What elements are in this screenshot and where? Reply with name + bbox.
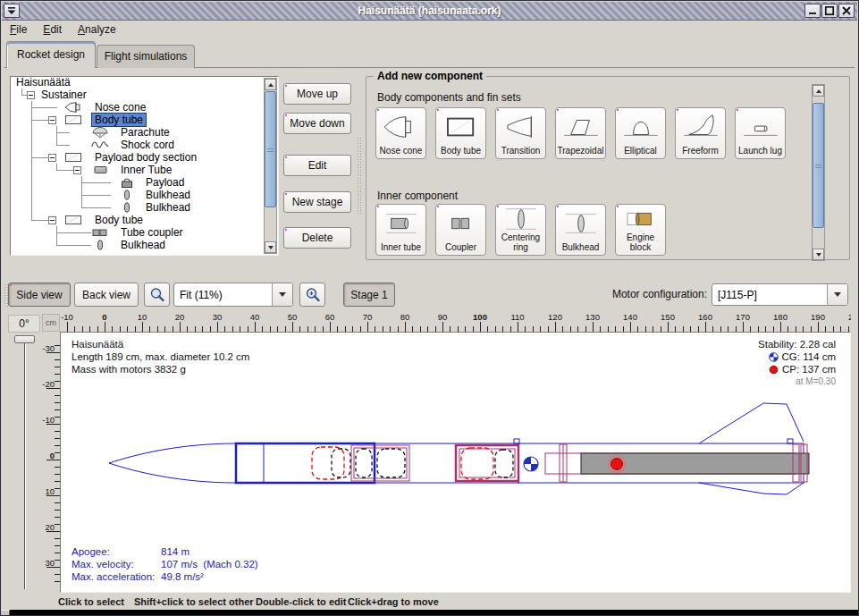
component-tree[interactable]: HaisunäätäSustainerNose coneBody tubePar… <box>10 76 279 256</box>
tab-rocket-design[interactable]: Rocket design <box>6 41 96 68</box>
ruler-tick <box>668 322 669 332</box>
zoom-level-select[interactable]: Fit (11%) <box>173 283 293 307</box>
ruler-tick <box>405 322 406 332</box>
tree-item-shock-cord[interactable]: Shock cord <box>11 139 278 151</box>
tree-item-inner-tube[interactable]: Inner Tube <box>11 164 278 176</box>
chevron-down-icon[interactable] <box>827 284 847 305</box>
group-label-body-components-and-fin-sets: Body components and fin sets <box>377 91 521 104</box>
tree-item-payload[interactable]: Payload <box>11 176 278 189</box>
ruler-label: 130 <box>579 312 606 322</box>
tree-item-body-tube[interactable]: Body tube <box>11 114 278 126</box>
body-tube-icon <box>63 114 84 126</box>
add-nose-cone-button[interactable]: Nose cone <box>375 107 426 159</box>
tree-item-haisunäätä[interactable]: Haisunäätä <box>11 76 278 89</box>
tab-flight-simulations[interactable]: Flight simulations <box>97 45 195 68</box>
tree-item-bulkhead[interactable]: Bulkhead <box>11 239 278 251</box>
scroll-up-arrow[interactable] <box>813 85 824 97</box>
stage-1-toggle[interactable]: Stage 1 <box>343 283 395 307</box>
ruler-tick <box>255 322 256 332</box>
ruler-label: 80 <box>392 312 418 322</box>
splitter-handle[interactable] <box>357 137 363 215</box>
zoom-in-button[interactable] <box>299 283 325 307</box>
tree-item-parachute[interactable]: Parachute <box>11 126 278 139</box>
rocket-name: Haisunäätä <box>72 338 249 350</box>
ruler-tick <box>818 322 819 332</box>
window-title: Haisunäätä (haisunaata.ork) <box>2 4 857 17</box>
horizontal-ruler: -100102030405060708090100110120130140150… <box>60 312 851 332</box>
cg-icon <box>769 352 779 362</box>
rocket-canvas[interactable]: HaisunäätäLength 189 cm, max. diameter 1… <box>60 332 851 593</box>
rocket-info-line: Length 189 cm, max. diameter 10.2 cm <box>72 350 249 363</box>
tree-item-bulkhead[interactable]: Bulkhead <box>11 189 278 201</box>
edit-button[interactable]: Edit <box>283 155 351 176</box>
add-elliptical-button[interactable]: Elliptical <box>615 107 666 159</box>
move-down-button[interactable]: Move down <box>283 113 351 134</box>
expander-minus-icon[interactable] <box>27 91 35 99</box>
scrollbar-thumb[interactable] <box>265 91 276 207</box>
rotation-slider-track[interactable] <box>24 339 26 589</box>
add-component-title: Add new component <box>374 70 486 82</box>
parachute-outline <box>312 447 344 479</box>
expander-minus-icon[interactable] <box>73 166 81 174</box>
ruler-tick <box>330 322 331 332</box>
component-scrollbar[interactable] <box>812 84 825 261</box>
scrollbar-thumb[interactable] <box>813 103 824 228</box>
add-launch-lug-button[interactable]: Launch lug <box>735 107 786 159</box>
scroll-up-arrow[interactable] <box>265 79 276 90</box>
ruler-label: 180 <box>767 312 794 322</box>
move-up-button[interactable]: Move up <box>283 83 351 105</box>
rotation-slider-handle[interactable] <box>14 335 35 343</box>
payload-icon <box>116 176 138 189</box>
minimize-button[interactable] <box>804 4 821 18</box>
ruler-tick <box>292 322 293 332</box>
menu-file[interactable]: File <box>2 21 35 38</box>
menu-edit[interactable]: Edit <box>35 21 70 38</box>
new-stage-button[interactable]: New stage <box>283 191 351 213</box>
expander-minus-icon[interactable] <box>48 216 56 224</box>
ruler-label: 190 <box>804 312 831 322</box>
delete-button[interactable]: Delete <box>283 227 351 249</box>
add-coupler-button[interactable]: Coupler <box>435 204 486 256</box>
nose-cone-icon <box>376 108 425 147</box>
shock-cord2-outline <box>495 450 513 477</box>
ruler-label: 140 <box>617 312 644 322</box>
close-button[interactable] <box>838 4 855 18</box>
menu-analyze[interactable]: Analyze <box>70 21 124 38</box>
flight-result-value: 107 m/s (Mach 0.32) <box>161 558 258 570</box>
maximize-button[interactable] <box>821 4 838 18</box>
tree-item-tube-coupler[interactable]: Tube coupler <box>11 226 278 239</box>
scroll-down-arrow[interactable] <box>813 249 824 260</box>
add-inner-tube-button[interactable]: Inner tube <box>375 204 426 256</box>
chevron-down-icon[interactable] <box>272 283 292 306</box>
ruler-label: 90 <box>429 312 456 322</box>
ruler-tick <box>593 322 594 332</box>
add-centering-ring-button[interactable]: Centering ring <box>495 204 546 256</box>
zoom-out-button[interactable] <box>144 283 170 307</box>
parachute-icon <box>89 126 111 139</box>
side-view-button[interactable]: Side view <box>8 283 71 307</box>
tree-item-payload-body-section[interactable]: Payload body section <box>11 151 278 164</box>
expander-minus-icon[interactable] <box>48 154 56 162</box>
tree-scrollbar[interactable] <box>264 78 277 254</box>
tree-item-bulkhead[interactable]: Bulkhead <box>11 201 278 214</box>
scroll-down-arrow[interactable] <box>265 241 276 253</box>
ruler-label: 0 <box>91 312 118 322</box>
resize-grip[interactable] <box>1 610 10 616</box>
motor-configuration-select[interactable]: [J115-P] <box>712 283 848 306</box>
ruler-label: 120 <box>542 312 568 322</box>
add-body-tube-button[interactable]: Body tube <box>435 107 486 159</box>
add-freeform-button[interactable]: Freeform <box>675 107 726 159</box>
ruler-label: 70 <box>354 312 381 322</box>
tree-item-nose-cone[interactable]: Nose cone <box>11 101 278 114</box>
titlebar[interactable]: Haisunäätä (haisunaata.ork) <box>2 2 857 21</box>
back-view-button[interactable]: Back view <box>74 283 139 307</box>
expander-minus-icon[interactable] <box>48 116 56 124</box>
tree-item-body-tube[interactable]: Body tube <box>11 214 278 226</box>
add-bulkhead-button[interactable]: Bulkhead <box>555 204 606 256</box>
add-transition-button[interactable]: Transition <box>495 107 546 159</box>
minimize-icon <box>806 5 819 16</box>
tree-item-sustainer[interactable]: Sustainer <box>11 89 278 101</box>
add-engine-block-button[interactable]: Engine block <box>615 204 666 256</box>
inner-tube-icon <box>376 205 425 243</box>
add-trapezoidal-button[interactable]: Trapezoidal <box>555 107 606 159</box>
